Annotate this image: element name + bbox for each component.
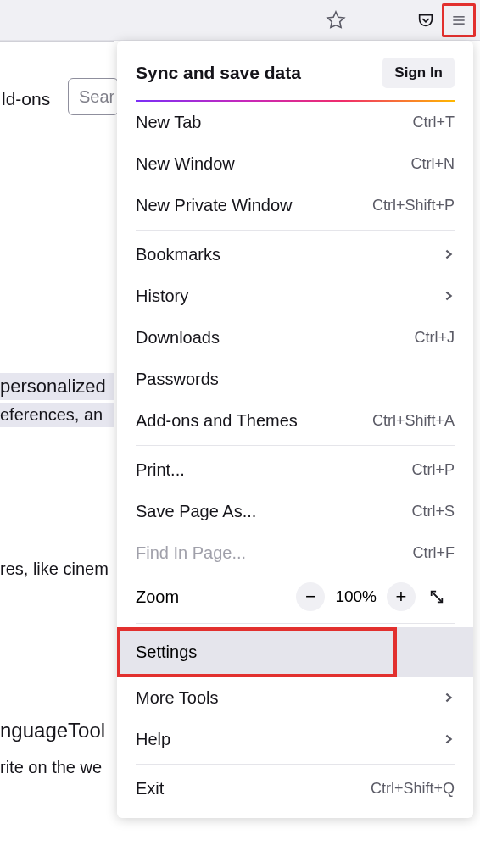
zoom-row: Zoom − 100% + <box>129 574 461 620</box>
separator <box>136 445 455 446</box>
browser-toolbar <box>0 0 480 41</box>
zoom-label: Zoom <box>136 587 293 607</box>
separator <box>136 764 455 765</box>
bg-text-preferences: eferences, an <box>0 403 114 427</box>
separator <box>136 623 455 624</box>
menu-addons-themes[interactable]: Add-ons and Themes Ctrl+Shift+A <box>129 400 461 442</box>
sync-row: Sync and save data Sign In <box>129 47 461 100</box>
search-input[interactable]: Sear <box>68 78 119 115</box>
menu-find-in-page[interactable]: Find In Page... Ctrl+F <box>129 532 461 574</box>
menu-downloads[interactable]: Downloads Ctrl+J <box>129 317 461 359</box>
fullscreen-button[interactable] <box>422 582 451 611</box>
menu-more-tools[interactable]: More Tools <box>129 677 461 719</box>
hamburger-highlight <box>442 3 476 37</box>
bg-text-cinema: res, like cinem <box>0 559 109 579</box>
chevron-right-icon <box>443 730 455 749</box>
menu-passwords[interactable]: Passwords <box>129 359 461 400</box>
menu-help[interactable]: Help <box>129 719 461 760</box>
bookmark-star-icon[interactable] <box>320 4 352 36</box>
chevron-right-icon <box>443 287 455 306</box>
chevron-right-icon <box>443 688 455 708</box>
app-menu-panel: Sync and save data Sign In New Tab Ctrl+… <box>117 41 473 818</box>
menu-history[interactable]: History <box>129 275 461 317</box>
chevron-right-icon <box>443 245 455 264</box>
menu-new-window[interactable]: New Window Ctrl+N <box>129 143 461 185</box>
background-page: ld-ons <box>0 41 114 868</box>
zoom-in-button[interactable]: + <box>387 582 416 611</box>
hamburger-menu-button[interactable] <box>445 7 472 34</box>
sign-in-button[interactable]: Sign In <box>382 58 455 88</box>
settings-red-box: Settings <box>117 627 397 677</box>
menu-bookmarks[interactable]: Bookmarks <box>129 234 461 275</box>
zoom-value: 100% <box>328 587 383 606</box>
bg-text-personalized: personalized <box>0 373 114 400</box>
sync-title: Sync and save data <box>136 63 301 83</box>
menu-settings-highlighted[interactable]: Settings <box>117 627 473 677</box>
menu-print[interactable]: Print... Ctrl+P <box>129 449 461 491</box>
separator <box>136 230 455 231</box>
bg-text-langtool: nguageTool <box>0 719 105 743</box>
pocket-icon[interactable] <box>410 4 442 36</box>
menu-save-page-as[interactable]: Save Page As... Ctrl+S <box>129 491 461 532</box>
menu-new-tab[interactable]: New Tab Ctrl+T <box>129 102 461 143</box>
menu-new-private-window[interactable]: New Private Window Ctrl+Shift+P <box>129 185 461 226</box>
menu-exit[interactable]: Exit Ctrl+Shift+Q <box>129 768 461 810</box>
zoom-out-button[interactable]: − <box>296 582 325 611</box>
bg-text-writeweb: rite on the we <box>0 758 102 777</box>
